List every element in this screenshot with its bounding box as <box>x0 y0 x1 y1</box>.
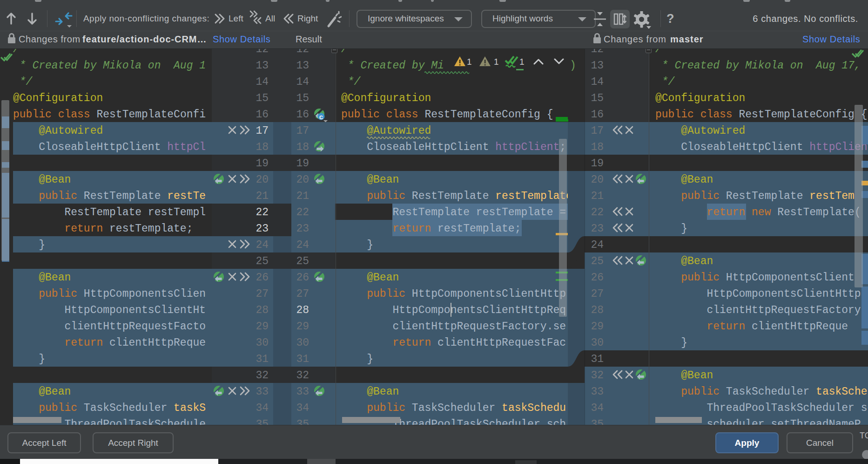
svg-text:c: c <box>319 113 323 121</box>
